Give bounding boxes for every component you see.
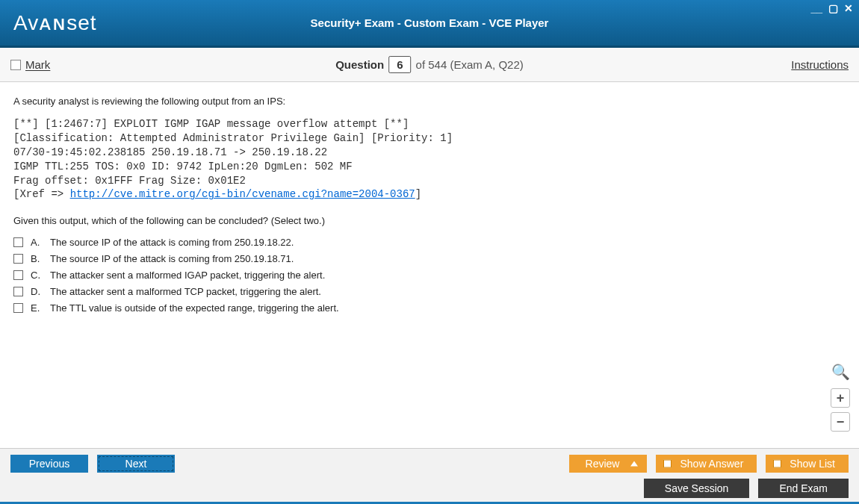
option-text: The attacker sent a malformed TCP packet…	[50, 286, 321, 297]
option-letter: B.	[31, 253, 43, 264]
titlebar: Avᴀɴset Security+ Exam - Custom Exam - V…	[0, 0, 859, 48]
app-logo: Avᴀɴset	[13, 10, 97, 35]
question-toolbar: Mark Question 6 of 544 (Exam A, Q22) Ins…	[0, 48, 859, 82]
minimize-icon[interactable]: __	[809, 2, 824, 14]
show-list-button[interactable]: Show List	[766, 455, 849, 473]
option-letter: D.	[31, 286, 43, 297]
option-text: The TTL value is outside of the expected…	[50, 302, 339, 314]
checkbox-icon	[663, 460, 672, 468]
mark-checkbox-wrap[interactable]: Mark	[10, 58, 50, 71]
option-text: The source IP of the attack is coming fr…	[50, 237, 294, 248]
triangle-up-icon	[630, 461, 638, 467]
checkbox-icon	[773, 460, 781, 468]
option-text: The source IP of the attack is coming fr…	[50, 253, 294, 264]
question-prompt: Given this output, which of the followin…	[13, 215, 846, 226]
checkbox-icon[interactable]	[13, 270, 23, 280]
review-button[interactable]: Review	[569, 455, 647, 473]
checkbox-icon[interactable]	[13, 237, 23, 247]
previous-button[interactable]: Previous	[10, 455, 88, 473]
next-button[interactable]: Next	[97, 455, 175, 473]
maximize-icon[interactable]: ▢	[827, 2, 840, 14]
answer-options: A. The source IP of the attack is coming…	[13, 237, 846, 314]
mark-label: Mark	[25, 58, 50, 71]
checkbox-icon[interactable]	[13, 303, 23, 313]
magnifier-icon: 🔍	[831, 363, 850, 381]
code-output: [**] [1:2467:7] EXPLOIT IGMP IGAP messag…	[13, 117, 846, 202]
footer: Previous Next Review Show Answer Show Li…	[0, 448, 859, 504]
zoom-in-button[interactable]: +	[831, 388, 850, 408]
cve-link[interactable]: http://cve.mitre.org/cgi-bin/cvename.cgi…	[70, 188, 415, 200]
option-e[interactable]: E. The TTL value is outside of the expec…	[13, 302, 846, 314]
option-letter: A.	[31, 237, 43, 248]
window-title: Security+ Exam - Custom Exam - VCE Playe…	[311, 16, 549, 29]
question-indicator: Question 6 of 544 (Exam A, Q22)	[335, 56, 524, 73]
question-number-box: 6	[388, 56, 411, 73]
option-d[interactable]: D. The attacker sent a malformed TCP pac…	[13, 286, 846, 297]
question-intro: A security analyst is reviewing the foll…	[13, 96, 846, 107]
checkbox-icon[interactable]	[13, 254, 23, 264]
option-text: The attacker sent a malformed IGAP packe…	[50, 270, 325, 281]
question-content: A security analyst is reviewing the foll…	[0, 82, 859, 448]
question-progress: of 544 (Exam A, Q22)	[416, 58, 524, 71]
checkbox-icon[interactable]	[10, 60, 21, 70]
option-c[interactable]: C. The attacker sent a malformed IGAP pa…	[13, 270, 846, 281]
checkbox-icon[interactable]	[13, 287, 23, 296]
save-session-button[interactable]: Save Session	[644, 479, 750, 498]
option-a[interactable]: A. The source IP of the attack is coming…	[13, 237, 846, 248]
question-word: Question	[335, 58, 384, 71]
close-icon[interactable]: ✕	[843, 2, 855, 14]
zoom-out-button[interactable]: −	[831, 412, 850, 432]
zoom-controls: 🔍 + −	[831, 363, 850, 432]
option-b[interactable]: B. The source IP of the attack is coming…	[13, 253, 846, 264]
option-letter: E.	[31, 302, 43, 314]
nav-button-row: Previous Next Review Show Answer Show Li…	[0, 449, 859, 476]
end-exam-button[interactable]: End Exam	[758, 479, 849, 498]
window-controls: __ ▢ ✕	[809, 2, 855, 14]
option-letter: C.	[31, 270, 43, 281]
show-answer-button[interactable]: Show Answer	[656, 455, 757, 473]
session-button-row: Save Session End Exam	[0, 476, 859, 501]
instructions-link[interactable]: Instructions	[791, 58, 849, 71]
